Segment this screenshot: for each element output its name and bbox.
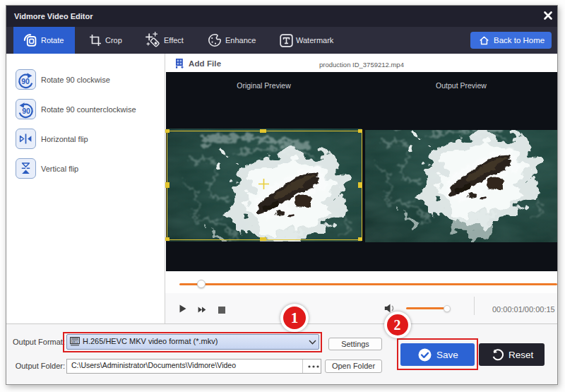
svg-text:90: 90 <box>21 77 30 85</box>
svg-text:90: 90 <box>22 107 30 115</box>
